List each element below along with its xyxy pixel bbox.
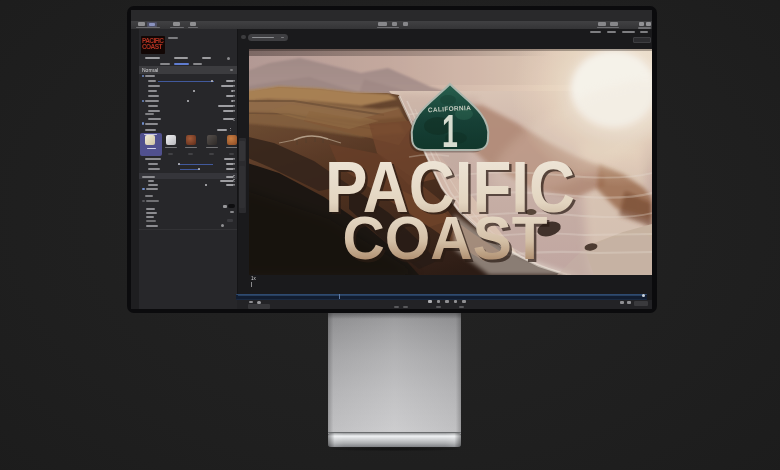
svg-text:1: 1 <box>442 105 458 157</box>
svg-text:COAST: COAST <box>343 204 548 272</box>
